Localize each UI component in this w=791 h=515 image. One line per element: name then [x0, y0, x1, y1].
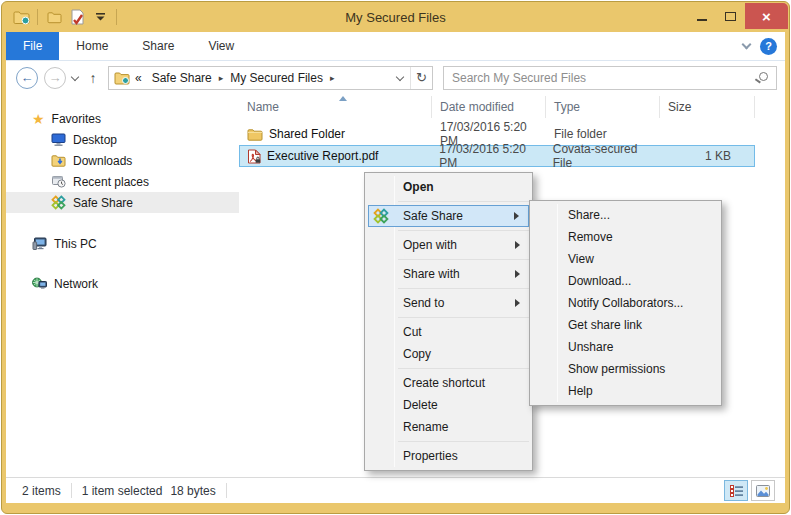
sidebar-item-label: Downloads — [73, 154, 132, 168]
safe-share-folder-icon[interactable] — [12, 8, 30, 26]
menu-separator — [398, 317, 529, 318]
sidebar-item-favorites[interactable]: ★ Favorites — [6, 108, 239, 129]
pdf-secured-icon — [247, 149, 261, 164]
new-folder-icon[interactable] — [45, 8, 63, 26]
breadcrumb-folder-icon — [114, 71, 130, 85]
menu-separator — [398, 201, 529, 202]
column-header-type[interactable]: Type — [546, 96, 660, 118]
recent-locations-dropdown[interactable] — [72, 76, 78, 80]
up-button[interactable]: ↑ — [84, 70, 102, 86]
sidebar-item-this-pc[interactable]: This PC — [6, 233, 239, 254]
minimize-icon — [697, 19, 707, 21]
menu-item-properties[interactable]: Properties — [368, 445, 529, 467]
menu-item-safe-share[interactable]: Safe Share — [368, 205, 529, 227]
file-type: Covata-secured File — [546, 146, 660, 166]
menu-separator — [398, 368, 529, 369]
maximize-icon — [725, 12, 736, 21]
tab-file[interactable]: File — [6, 32, 59, 60]
status-item-count: 2 items — [22, 484, 61, 498]
breadcrumb-current[interactable]: My Secured Files — [230, 71, 323, 85]
menu-item-open-with[interactable]: Open with — [368, 234, 529, 256]
submenu-arrow-icon — [515, 299, 520, 307]
thumbnail-view-button[interactable] — [751, 480, 775, 501]
minimize-button[interactable] — [687, 3, 716, 29]
address-dropdown-button[interactable] — [390, 67, 410, 89]
submenu-item-show-permissions[interactable]: Show permissions — [533, 358, 718, 380]
submenu-item-get-share-link[interactable]: Get share link — [533, 314, 718, 336]
submenu-item-remove[interactable]: Remove — [533, 226, 718, 248]
menu-item-cut[interactable]: Cut — [368, 321, 529, 343]
titlebar: My Secured Files × — [2, 2, 789, 32]
menu-item-open[interactable]: Open — [368, 176, 529, 198]
qat-separator — [116, 9, 117, 25]
submenu-item-download[interactable]: Download... — [533, 270, 718, 292]
folder-icon — [247, 128, 263, 141]
sidebar-item-label: Desktop — [73, 133, 117, 147]
back-button[interactable]: ← — [16, 67, 38, 89]
details-view-icon — [730, 485, 743, 497]
submenu-item-unshare[interactable]: Unshare — [533, 336, 718, 358]
maximize-button[interactable] — [716, 3, 745, 29]
file-row-executive-report[interactable]: Executive Report.pdf 17/03/2016 5:20 PM … — [239, 145, 755, 167]
address-bar[interactable]: « Safe Share ▸ My Secured Files ▸ ↻ — [108, 66, 433, 90]
column-header-date-modified[interactable]: Date modified — [432, 96, 546, 118]
back-arrow-icon: ← — [21, 70, 34, 85]
thumbnail-view-icon — [756, 485, 770, 497]
star-icon: ★ — [32, 112, 45, 126]
menu-item-copy[interactable]: Copy — [368, 343, 529, 365]
refresh-button[interactable]: ↻ — [410, 67, 432, 89]
column-headers: Name Date modified Type Size — [239, 94, 785, 120]
search-box — [443, 66, 777, 90]
menu-item-rename[interactable]: Rename — [368, 416, 529, 438]
submenu-item-help[interactable]: Help — [533, 380, 718, 402]
up-arrow-icon: ↑ — [90, 70, 97, 86]
menu-item-delete[interactable]: Delete — [368, 394, 529, 416]
status-selection: 1 item selected — [82, 484, 163, 498]
tab-home[interactable]: Home — [59, 32, 125, 60]
menu-item-share-with[interactable]: Share with — [368, 263, 529, 285]
submenu-item-share[interactable]: Share... — [533, 204, 718, 226]
breadcrumb-collapse[interactable]: « — [135, 71, 142, 85]
menu-item-send-to[interactable]: Send to — [368, 292, 529, 314]
submenu-item-notify-collaborators[interactable]: Notify Collaborators... — [533, 292, 718, 314]
submenu-arrow-icon — [514, 212, 519, 220]
submenu-item-view[interactable]: View — [533, 248, 718, 270]
safe-share-logo-icon — [373, 208, 389, 224]
navigation-bar: ← → ↑ « Safe Share ▸ My Secured Files ▸ … — [6, 61, 785, 94]
search-icon[interactable] — [759, 72, 768, 81]
tab-share[interactable]: Share — [125, 32, 191, 60]
column-header-size[interactable]: Size — [660, 96, 755, 118]
properties-doc-icon[interactable] — [68, 8, 86, 26]
menu-separator — [398, 259, 529, 260]
search-input[interactable] — [444, 67, 776, 89]
breadcrumb-root[interactable]: Safe Share — [152, 71, 212, 85]
forward-button[interactable]: → — [44, 67, 66, 89]
status-bar: 2 items 1 item selected 18 bytes — [6, 477, 785, 503]
status-divider — [226, 483, 227, 498]
network-icon — [32, 277, 47, 290]
menu-item-create-shortcut[interactable]: Create shortcut — [368, 372, 529, 394]
explorer-window: My Secured Files × File Home Share View … — [1, 1, 790, 514]
tab-view[interactable]: View — [191, 32, 251, 60]
column-header-name[interactable]: Name — [239, 96, 432, 118]
ribbon-expand-chevron-icon[interactable] — [742, 40, 752, 50]
sidebar-item-label: Network — [54, 277, 98, 291]
sort-ascending-icon — [339, 96, 347, 101]
breadcrumb-separator-icon[interactable]: ▸ — [330, 73, 335, 83]
sidebar-item-desktop[interactable]: Desktop — [6, 129, 239, 150]
refresh-icon: ↻ — [416, 70, 427, 85]
details-view-button[interactable] — [724, 480, 748, 501]
status-divider — [71, 483, 72, 498]
submenu-arrow-icon — [515, 241, 520, 249]
help-icon[interactable]: ? — [760, 38, 777, 55]
navigation-pane: ★ Favorites Desktop Downloads Recent pla… — [6, 94, 239, 477]
sidebar-item-network[interactable]: Network — [6, 273, 239, 294]
close-icon: × — [762, 8, 771, 25]
sidebar-item-recent-places[interactable]: Recent places — [6, 171, 239, 192]
sidebar-item-safe-share[interactable]: Safe Share — [6, 192, 239, 213]
sidebar-item-downloads[interactable]: Downloads — [6, 150, 239, 171]
qat-customize-chevron-icon[interactable] — [91, 8, 109, 26]
file-date: 17/03/2016 5:20 PM — [432, 146, 546, 166]
close-button[interactable]: × — [745, 3, 788, 29]
breadcrumb-separator-icon[interactable]: ▸ — [219, 73, 224, 83]
